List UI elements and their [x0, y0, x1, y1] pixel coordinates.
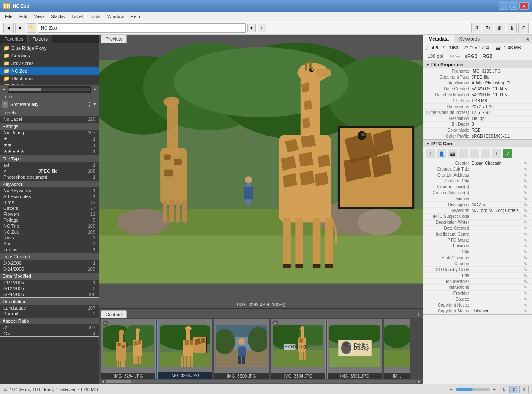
scroll-right-button[interactable]: ►	[91, 86, 99, 93]
filter-section-filetype-header[interactable]: File Type	[0, 155, 99, 162]
filter-item-45[interactable]: 4:5 1	[0, 330, 99, 336]
edit-icon[interactable]: ✎	[524, 303, 530, 307]
view-btn-2[interactable]: 2	[509, 386, 518, 393]
menu-view[interactable]: View	[31, 13, 48, 20]
content-panel-resize[interactable]: ↕	[416, 310, 421, 318]
edit-icon[interactable]: ✎	[524, 185, 530, 189]
edit-icon[interactable]: ✎	[524, 244, 530, 248]
scroll-left-button[interactable]: ◄	[100, 379, 106, 384]
menu-stacks[interactable]: Stacks	[47, 13, 68, 20]
menu-edit[interactable]: Edit	[16, 13, 31, 20]
filter-item-2star[interactable]: ★★ 1	[0, 142, 99, 148]
iptc-tool-check[interactable]: ✓	[503, 149, 512, 158]
iptc-tool-dot3[interactable]: ·	[481, 149, 490, 158]
edit-icon[interactable]: ✎	[524, 279, 530, 284]
iptc-tool-text[interactable]: T	[492, 149, 501, 158]
edit-icon[interactable]: ✎	[524, 196, 530, 201]
content-tab[interactable]: Content	[101, 310, 127, 318]
filter-item-nokw[interactable]: No Keywords 1	[0, 187, 99, 193]
scroll-thumb[interactable]	[106, 380, 131, 383]
minimize-button[interactable]: −	[499, 2, 508, 10]
filter-item-date2[interactable]: 5/24/2005 109	[0, 266, 99, 272]
filter-item-russ[interactable]: Russ 3	[0, 235, 99, 241]
filter-item-jpeg[interactable]: ✓ JPEG file 108	[0, 168, 99, 174]
close-button[interactable]: ✕	[519, 2, 529, 10]
preview-panel-resize[interactable]: ↔	[414, 35, 421, 43]
filter-item-34[interactable]: 3:4 107	[0, 324, 99, 330]
edit-icon[interactable]: ✎	[524, 167, 530, 171]
filter-item-1star[interactable]: ★ 1	[0, 136, 99, 142]
thumbnail-3299[interactable]: IMG_3299.JPG	[157, 319, 212, 379]
edit-icon[interactable]: ✎	[524, 202, 530, 207]
filter-item-psd[interactable]: Photoshop document 1	[0, 174, 99, 180]
filter-item-sue[interactable]: Sue 3	[0, 241, 99, 247]
filter-item-flowers[interactable]: Flowers 11	[0, 211, 99, 217]
filter-item-foliage[interactable]: Foliage 5	[0, 217, 99, 223]
panel-collapse-button[interactable]: ◄	[522, 35, 532, 43]
filter-item-nctrip[interactable]: NC Trip 109	[0, 223, 99, 229]
filter-section-aspectratio-header[interactable]: Aspect Ratio	[0, 318, 99, 324]
iptc-tool-camera[interactable]: 📷	[448, 149, 457, 158]
zoom-min-button[interactable]: −	[450, 387, 452, 392]
thumbnail-3300[interactable]: IMG_3300.JPG	[214, 319, 269, 379]
zoom-max-button[interactable]: +	[493, 387, 496, 392]
sort-menu-button[interactable]: ▼	[92, 102, 97, 107]
thumbnail-3294[interactable]: 4	[101, 319, 156, 379]
forward-button[interactable]: ►	[15, 23, 25, 33]
tab-metadata[interactable]: Metadata	[423, 35, 454, 43]
sort-down-arrow[interactable]: ▼	[88, 104, 91, 108]
edit-icon[interactable]: ✎	[524, 214, 530, 219]
tab-folders[interactable]: Folders	[28, 35, 52, 43]
edit-icon[interactable]: ✎	[524, 291, 530, 296]
iptc-tool-contact[interactable]: 👤	[437, 149, 446, 158]
thumbnail-partial[interactable]: IM...	[384, 319, 410, 379]
delete-button[interactable]: 🗑	[495, 23, 505, 33]
preview-tab[interactable]: Preview	[101, 35, 127, 43]
print-button[interactable]: 🖨	[518, 23, 529, 33]
tab-keywords[interactable]: Keywords	[454, 35, 485, 43]
filter-section-labels-header[interactable]: Labels	[0, 109, 99, 116]
edit-icon[interactable]: ✎	[524, 179, 530, 183]
filter-item-birds[interactable]: Birds 12	[0, 199, 99, 205]
filter-section-ratings-header[interactable]: Ratings	[0, 123, 99, 130]
filter-item-mod3[interactable]: 5/24/2005 106	[0, 291, 99, 297]
folder-item[interactable]: 📁 Jolly Acres	[0, 60, 99, 67]
edit-icon[interactable]: ✎	[524, 309, 530, 313]
iptc-tool-1[interactable]: 1	[426, 149, 435, 158]
filter-item-mod2[interactable]: 6/12/2005 3	[0, 285, 99, 291]
filter-section-datecreated-header[interactable]: Date Created	[0, 253, 99, 260]
filter-section-datemodified-header[interactable]: Date Modified	[0, 273, 99, 280]
rotate-left-button[interactable]: ↺	[471, 23, 481, 33]
edit-icon[interactable]: ✎	[524, 161, 530, 166]
scroll-right-button[interactable]: ►	[416, 379, 422, 384]
edit-icon[interactable]: ✎	[524, 190, 530, 195]
edit-icon[interactable]: ✎	[524, 208, 530, 213]
filter-item-nczoo[interactable]: NC Zoo 109	[0, 229, 99, 235]
thumbnail-3304[interactable]: 4	[271, 319, 326, 379]
edit-icon[interactable]: ✎	[524, 273, 530, 278]
edit-icon[interactable]: ✎	[524, 232, 530, 236]
filter-section-orientation-header[interactable]: Orientation	[0, 298, 99, 305]
filter-item-no-rating[interactable]: No Rating 107	[0, 130, 99, 136]
view-btn-1[interactable]: 1	[499, 386, 508, 393]
edit-icon[interactable]: ✎	[524, 255, 530, 260]
back-button[interactable]: ◄	[3, 23, 14, 33]
edit-icon[interactable]: ✎	[524, 226, 530, 231]
folder-item[interactable]: 📁 Oklahoma	[0, 75, 99, 82]
folder-item-nc-zoo[interactable]: 📁 NC Zoo	[0, 67, 99, 75]
reveal-button[interactable]: ↑	[258, 24, 266, 32]
iptc-core-header[interactable]: IPTC Core	[423, 140, 532, 147]
folder-item[interactable]: 📁 Palatka	[0, 82, 99, 86]
menu-label[interactable]: Label	[68, 13, 86, 20]
menu-help[interactable]: Help	[127, 13, 144, 20]
edit-icon[interactable]: ✎	[524, 261, 530, 266]
filter-item-turtles[interactable]: Turtles 1	[0, 247, 99, 253]
edit-icon[interactable]: ✎	[524, 267, 530, 272]
edit-icon[interactable]: ✎	[524, 285, 530, 290]
filter-item-mod1[interactable]: 11/7/2005 1	[0, 280, 99, 285]
edit-icon[interactable]: ✎	[524, 250, 530, 254]
edit-icon[interactable]: ✎	[524, 220, 530, 225]
filter-item-5star[interactable]: ★★★★★ 1	[0, 148, 99, 155]
iptc-tool-dot1[interactable]: ·	[459, 149, 468, 158]
filter-section-keywords-header[interactable]: Keywords	[0, 181, 99, 187]
